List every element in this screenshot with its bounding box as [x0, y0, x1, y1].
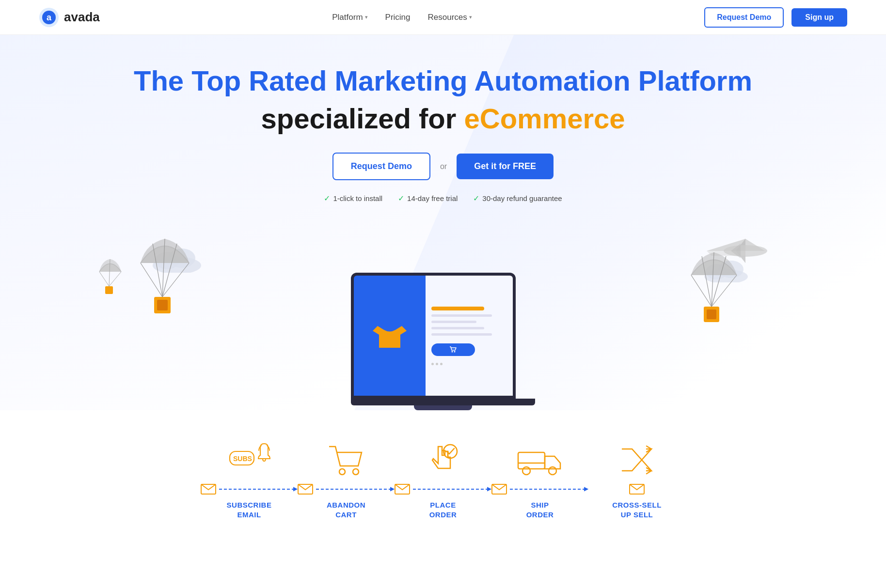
- laptop-base: [351, 399, 535, 405]
- envelope-icon-4: [491, 484, 507, 495]
- nav-platform[interactable]: Platform ▾: [332, 13, 367, 22]
- hero-request-demo-button[interactable]: Request Demo: [332, 153, 430, 180]
- brand-name: avada: [64, 10, 100, 25]
- laptop-screen: [354, 276, 513, 396]
- hero-title-line2: specialized for eCommerce: [10, 102, 876, 136]
- svg-point-34: [353, 469, 359, 475]
- laptop-right-panel: [426, 276, 513, 396]
- screen-line-4: [431, 333, 492, 336]
- laptop-left-panel: [354, 276, 426, 396]
- svg-rect-12: [157, 300, 168, 310]
- screen-dots: [431, 363, 507, 365]
- feature-install: ✓ 1-click to install: [324, 194, 382, 203]
- envelope-icon-2: [298, 484, 313, 495]
- hero-features: ✓ 1-click to install ✓ 14-day free trial…: [10, 194, 876, 203]
- resources-chevron-icon: ▾: [469, 14, 472, 20]
- hero-illustration: [10, 226, 876, 410]
- hero-get-free-button[interactable]: Get it for FREE: [457, 154, 554, 179]
- place-order-label: PLACEORDER: [429, 500, 457, 519]
- workflow-subscribe: SUBS SUBSCRIBEEMAIL: [201, 434, 298, 519]
- nav-pricing[interactable]: Pricing: [385, 13, 411, 22]
- laptop-screen-body: [351, 273, 516, 399]
- hero-title-line1: The Top Rated Marketing Automation Platf…: [10, 64, 876, 98]
- nav-resources[interactable]: Resources ▾: [428, 13, 472, 22]
- nav-signup-button[interactable]: Sign up: [791, 8, 847, 27]
- ship-order-icon: [516, 442, 564, 478]
- parachute-small-left: [97, 258, 124, 299]
- workflow-cross-sell: CROSS-SELLUP SELL: [588, 434, 685, 519]
- workflow-arrow-1: [219, 489, 295, 490]
- svg-line-15: [109, 272, 121, 286]
- svg-point-17: [451, 351, 453, 352]
- parachute-right: [687, 248, 741, 333]
- svg-text:SUBS: SUBS: [233, 455, 252, 463]
- navbar: a avada Platform ▾ Pricing Resources ▾ R…: [0, 0, 886, 35]
- abandon-cart-label: ABANDONCART: [327, 500, 365, 519]
- nav-request-demo-button[interactable]: Request Demo: [704, 7, 784, 28]
- check-icon-1: ✓: [324, 194, 330, 203]
- ship-order-label: SHIPORDER: [526, 500, 554, 519]
- feature-refund: ✓ 30-day refund guarantee: [473, 194, 562, 203]
- svg-text:a: a: [47, 13, 52, 22]
- place-order-icon: [424, 442, 462, 478]
- tshirt-icon: [370, 316, 409, 355]
- envelope-icon-5: [629, 484, 645, 495]
- subscribe-envelope-row: [201, 484, 298, 495]
- place-order-envelope-row: [395, 484, 491, 495]
- hero-content: The Top Rated Marketing Automation Platf…: [10, 64, 876, 203]
- subscribe-icon-wrap: SUBS: [227, 434, 271, 478]
- svg-point-33: [339, 469, 345, 475]
- logo-icon: a: [39, 7, 59, 28]
- cross-sell-envelope-row: [588, 484, 685, 495]
- cross-sell-label: CROSS-SELLUP SELL: [612, 500, 662, 519]
- cart-icon-wrap: [327, 434, 365, 478]
- parachute-left: [136, 234, 194, 323]
- workflow-place-order: PLACEORDER: [395, 434, 491, 519]
- nav-links: Platform ▾ Pricing Resources ▾: [332, 13, 472, 22]
- svg-line-10: [162, 263, 189, 297]
- ship-order-icon-wrap: [516, 434, 564, 478]
- screen-line-3: [431, 327, 484, 329]
- logo[interactable]: a avada: [39, 7, 100, 28]
- envelope-icon-1: [201, 484, 216, 495]
- ship-order-envelope-row: [491, 484, 588, 495]
- workflow-section: SUBS SUBSCRIBEEMAIL: [0, 410, 886, 548]
- svg-point-18: [454, 351, 455, 352]
- envelope-icon-3: [395, 484, 410, 495]
- screen-line-2: [431, 321, 477, 323]
- place-order-icon-wrap: [424, 434, 462, 478]
- svg-rect-29: [707, 309, 716, 319]
- abandon-cart-envelope-row: [298, 484, 395, 495]
- hero-section: The Top Rated Marketing Automation Platf…: [0, 35, 886, 410]
- workflow-arrow-3: [413, 489, 489, 490]
- subscribe-label: SUBSCRIBEEMAIL: [227, 500, 272, 519]
- workflow-abandon-cart: ABANDONCART: [298, 434, 395, 519]
- screen-line-1: [431, 314, 492, 317]
- feature-trial: ✓ 14-day free trial: [398, 194, 458, 203]
- cross-sell-icon-wrap: [617, 434, 656, 478]
- check-icon-3: ✓: [473, 194, 479, 203]
- svg-rect-16: [105, 286, 113, 294]
- check-icon-2: ✓: [398, 194, 404, 203]
- svg-point-40: [549, 467, 556, 475]
- add-to-cart-btn: [431, 343, 475, 356]
- workflow-ship-order: SHIPORDER: [491, 434, 588, 519]
- svg-line-13: [99, 272, 109, 286]
- laptop-stand: [414, 405, 472, 410]
- subscribe-icon: SUBS: [227, 442, 271, 478]
- platform-chevron-icon: ▾: [365, 14, 368, 20]
- nav-actions: Request Demo Sign up: [704, 7, 847, 28]
- cross-sell-icon: [617, 442, 656, 478]
- laptop: [351, 273, 535, 410]
- hero-buttons: Request Demo or Get it for FREE: [10, 153, 876, 180]
- hero-or-text: or: [440, 162, 447, 171]
- svg-point-39: [522, 467, 530, 475]
- hero-accent-text: eCommerce: [464, 103, 625, 134]
- abandon-cart-icon: [327, 442, 365, 478]
- screen-title-bar: [431, 307, 484, 310]
- cart-btn-icon: [449, 346, 457, 353]
- svg-rect-38: [518, 452, 545, 469]
- svg-line-27: [712, 275, 737, 307]
- workflow-arrow-2: [316, 489, 392, 490]
- workflow-arrow-4: [510, 489, 585, 490]
